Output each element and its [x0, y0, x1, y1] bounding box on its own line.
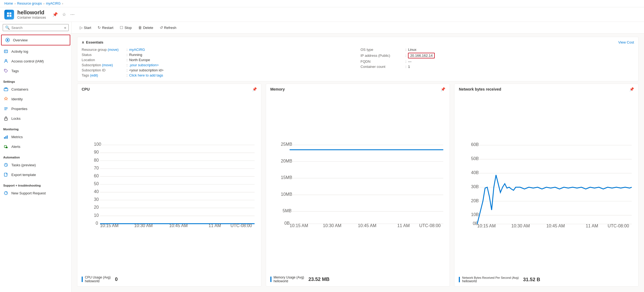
refresh-icon: ↺ [160, 25, 163, 30]
delete-icon: 🗑 [138, 25, 142, 30]
essentials-title[interactable]: ∧ Essentials [82, 40, 103, 44]
locks-icon [3, 116, 9, 121]
network-chart-title: Network bytes received [459, 87, 501, 91]
sidebar-item-overview[interactable]: Overview [1, 35, 70, 45]
tags-icon [3, 68, 9, 74]
essentials-os-type: OS type : Linux [361, 47, 634, 52]
export-template-icon [3, 172, 9, 177]
sidebar-properties-label: Properties [11, 107, 27, 111]
breadcrumb-home[interactable]: Home [4, 2, 13, 5]
svg-text:30: 30 [94, 197, 99, 202]
memory-chart-header: Memory 📌 [270, 87, 446, 91]
sidebar-overview-label: Overview [13, 38, 28, 42]
svg-text:25MB: 25MB [281, 142, 292, 147]
restart-icon: ↻ [98, 25, 101, 30]
sidebar-item-activity-log[interactable]: Activity log [0, 47, 71, 56]
network-legend-label: Network Bytes Received Per Second (Avg) [462, 276, 519, 279]
new-support-icon: ? [3, 190, 9, 196]
memory-pin-icon[interactable]: 📌 [441, 87, 445, 91]
stop-icon: ☐ [120, 25, 123, 30]
start-button[interactable]: ▷ Start [77, 24, 94, 31]
alerts-icon [3, 144, 9, 149]
sidebar-access-control-label: Access control (IAM) [11, 59, 44, 63]
sidebar-item-export-template[interactable]: Export template [0, 170, 71, 180]
os-type-value: Linux [408, 48, 416, 52]
toolbar: ▷ Start ↻ Restart ☐ Stop 🗑 Delete ↺ Refr… [72, 22, 644, 34]
sidebar-item-locks[interactable]: Locks [0, 114, 71, 123]
pin-button[interactable]: 📌 [51, 11, 59, 18]
favorite-button[interactable]: ☆ [61, 11, 67, 18]
more-button[interactable]: ⋯ [69, 11, 76, 18]
svg-text:11 AM: 11 AM [586, 223, 598, 228]
app-header: helloworld Container instances 📌 ☆ ⋯ [0, 7, 644, 22]
app-subtitle: Container instances [17, 16, 46, 19]
app-icon [4, 10, 14, 19]
sidebar-new-support-label: New Support Request [11, 191, 46, 195]
svg-text:10:15 AM: 10:15 AM [100, 223, 118, 228]
network-chart-card: Network bytes received 📌 60B 50B 40B 30B… [454, 84, 639, 287]
sidebar-item-new-support[interactable]: ? New Support Request [0, 188, 71, 198]
essentials-right-col: OS type : Linux IP address (Public) : 20… [361, 47, 634, 78]
sidebar-item-identity[interactable]: Identity [0, 94, 71, 104]
sidebar-item-access-control[interactable]: Access control (IAM) [0, 56, 71, 66]
overview-icon [5, 37, 10, 43]
sidebar-item-tasks[interactable]: Tasks (preview) [0, 160, 71, 170]
svg-rect-2 [7, 15, 9, 17]
sidebar-item-metrics[interactable]: Metrics [0, 132, 71, 142]
stop-button[interactable]: ☐ Stop [117, 24, 134, 31]
breadcrumb-resource-groups[interactable]: Resource groups [17, 2, 42, 5]
svg-text:5MB: 5MB [283, 208, 291, 213]
svg-point-10 [5, 70, 5, 70]
cpu-legend-label: CPU Usage (Avg) [85, 276, 111, 279]
activity-log-icon [3, 49, 9, 54]
essentials-subscription-id: Subscription ID : <your subscription id> [82, 68, 355, 73]
svg-text:10:30 AM: 10:30 AM [323, 223, 341, 228]
svg-text:UTC-08:00: UTC-08:00 [231, 223, 252, 228]
cpu-pin-icon[interactable]: 📌 [252, 87, 257, 91]
sidebar-item-containers[interactable]: Containers [0, 84, 71, 94]
svg-text:10:30 AM: 10:30 AM [512, 223, 530, 228]
sidebar-search-container: 🔍 « [0, 22, 71, 34]
cpu-legend-sub: helloworld [85, 279, 111, 283]
sidebar-item-properties[interactable]: Properties [0, 104, 71, 114]
identity-icon [3, 96, 9, 102]
svg-text:15MB: 15MB [281, 175, 292, 180]
sidebar-identity-label: Identity [11, 97, 23, 101]
sidebar-item-alerts[interactable]: Alerts [0, 142, 71, 151]
delete-button[interactable]: 🗑 Delete [135, 24, 156, 31]
svg-text:30B: 30B [471, 184, 479, 189]
memory-chart-card: Memory 📌 25MB 20MB 15MB 10MB 5MB 0B [266, 84, 450, 287]
refresh-button[interactable]: ↺ Refresh [157, 24, 179, 31]
svg-rect-0 [7, 12, 9, 14]
svg-rect-19 [7, 135, 8, 139]
network-legend-sub: helloworld [462, 279, 519, 283]
tasks-icon [3, 162, 9, 168]
memory-chart-svg: 25MB 20MB 15MB 10MB 5MB 0B 10: [270, 94, 446, 273]
view-cost-link[interactable]: View Cost [618, 40, 634, 44]
essentials-header: ∧ Essentials View Cost [82, 40, 634, 44]
restart-button[interactable]: ↻ Restart [95, 24, 116, 31]
svg-text:70: 70 [94, 165, 99, 170]
resource-group-value[interactable]: myACIRG [129, 48, 145, 52]
subscription-value[interactable]: ,your subscription> [129, 63, 159, 67]
start-icon: ▷ [80, 25, 83, 30]
network-pin-icon[interactable]: 📌 [629, 87, 634, 91]
network-chart-svg: 60B 50B 40B 30B 20B 10B 0B [459, 94, 634, 274]
memory-legend-sub: helloworld [274, 279, 304, 283]
sidebar-metrics-label: Metrics [11, 135, 23, 139]
ip-address-value: 20.166.162.14 [408, 53, 435, 58]
network-chart-header: Network bytes received 📌 [459, 87, 634, 91]
sidebar-item-tags[interactable]: Tags [0, 66, 71, 76]
svg-text:10:45 AM: 10:45 AM [546, 223, 565, 228]
containers-icon [3, 87, 9, 92]
monitoring-section-label: Monitoring [0, 123, 71, 132]
sidebar-locks-label: Locks [11, 117, 21, 121]
metrics-icon [3, 134, 9, 140]
breadcrumb-myacirg[interactable]: myACIRG [46, 2, 61, 5]
tags-value[interactable]: Click here to add tags [129, 73, 163, 77]
network-chart-legend: Network Bytes Received Per Second (Avg) … [459, 276, 634, 283]
access-control-icon [3, 58, 9, 64]
search-input[interactable] [11, 26, 62, 30]
collapse-button[interactable]: « [64, 25, 66, 30]
cpu-chart-card: CPU 📌 100 90 80 70 60 50 40 30 20 10 0 [77, 84, 261, 287]
